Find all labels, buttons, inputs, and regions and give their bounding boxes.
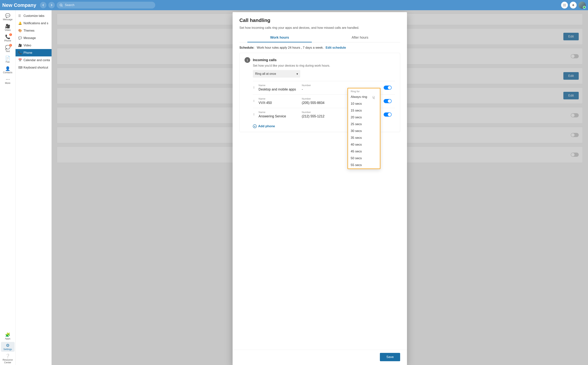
nav-text-label: Text bbox=[6, 50, 10, 53]
drag-handle-icon[interactable]: ⠿ bbox=[253, 86, 257, 89]
search-box[interactable] bbox=[57, 2, 155, 8]
add-button[interactable] bbox=[570, 2, 577, 8]
nav-back-button[interactable] bbox=[40, 2, 46, 8]
settings-keyboard[interactable]: ⌨Keyboard shortcut bbox=[15, 64, 51, 71]
modal-footer: Save bbox=[232, 350, 407, 365]
nav-resource-center[interactable]: ❔ Resource Center bbox=[1, 352, 15, 365]
tab-after-hours[interactable]: After hours bbox=[320, 33, 400, 42]
calendar-icon: 📅 bbox=[18, 58, 22, 62]
company-name: New Company bbox=[2, 2, 36, 8]
settings-video[interactable]: 🎥Video bbox=[15, 42, 51, 49]
svg-point-5 bbox=[563, 5, 564, 6]
step-description: Set how you'd like your devices to ring … bbox=[253, 64, 395, 67]
ring-for-option[interactable]: Always ring bbox=[348, 93, 380, 100]
step-header: 1 Incoming calls bbox=[245, 57, 395, 63]
ring-mode-value: Ring all at once bbox=[255, 72, 276, 76]
nav-settings[interactable]: ⚙ Settings bbox=[1, 342, 15, 352]
col-number-label: Number bbox=[302, 97, 343, 100]
ring-for-option[interactable]: 10 secs bbox=[348, 100, 380, 107]
ring-for-option[interactable]: 30 secs bbox=[348, 128, 380, 134]
ring-for-option[interactable]: 15 secs bbox=[348, 107, 380, 114]
save-button[interactable]: Save bbox=[380, 353, 400, 361]
nav-apps[interactable]: 🧩 Apps bbox=[1, 331, 15, 341]
settings-themes-label: Themes bbox=[23, 29, 35, 32]
ring-mode-select[interactable]: Ring all at once ▾ bbox=[253, 70, 300, 78]
svg-point-0 bbox=[60, 4, 62, 6]
settings-calendar[interactable]: 📅Calendar and conta bbox=[15, 56, 51, 64]
device-toggle[interactable] bbox=[384, 99, 392, 103]
left-nav: 💬 Message 🎥 Video 1 📞 Phone 4 💭 Text 📄 F… bbox=[0, 10, 15, 365]
nav-phone[interactable]: 1 📞 Phone bbox=[1, 33, 15, 43]
nav-fax[interactable]: 📄 Fax bbox=[1, 55, 15, 64]
ring-for-option[interactable]: 35 secs bbox=[348, 134, 380, 141]
settings-video-label: Video bbox=[23, 44, 31, 47]
nav-contacts[interactable]: 👤 Contacts bbox=[1, 65, 15, 75]
ring-for-option[interactable]: 55 secs bbox=[348, 162, 380, 168]
settings-customize-tabs[interactable]: ☰Customize tabs bbox=[15, 12, 51, 20]
nav-apps-label: Apps bbox=[5, 337, 10, 340]
keyboard-icon: ⌨ bbox=[18, 66, 22, 69]
profile-avatar[interactable] bbox=[579, 1, 586, 9]
modal-title: Call handling bbox=[240, 17, 400, 23]
plus-circle-icon: + bbox=[253, 124, 257, 128]
device-name: VVX-450 bbox=[259, 101, 300, 105]
video-icon: 🎥 bbox=[5, 24, 10, 29]
ring-for-option[interactable]: 45 secs bbox=[348, 148, 380, 155]
schedule-row: Schedule: Work hour rules apply 24 hours… bbox=[240, 42, 400, 53]
settings-customize-label: Customize tabs bbox=[23, 14, 44, 18]
col-name-label: Name bbox=[259, 84, 300, 87]
device-number: - bbox=[302, 87, 343, 91]
svg-line-1 bbox=[62, 6, 63, 7]
svg-point-2 bbox=[563, 4, 564, 5]
nav-resource-label: Resource Center bbox=[1, 358, 15, 364]
svg-point-3 bbox=[564, 4, 565, 5]
step-number: 1 bbox=[245, 57, 250, 63]
edit-schedule-link[interactable]: Edit schedule bbox=[326, 46, 346, 49]
call-handling-modal: Call handling Set how incoming calls rin… bbox=[232, 12, 407, 365]
modal-tabs: Work hours After hours bbox=[240, 33, 400, 42]
col-name-label: Name bbox=[259, 97, 300, 100]
drag-handle-icon[interactable]: ⠿ bbox=[253, 113, 257, 116]
modal-body: Call handling Set how incoming calls rin… bbox=[232, 12, 407, 350]
device-name: Answering Service bbox=[259, 114, 300, 118]
fax-icon: 📄 bbox=[5, 56, 10, 61]
ring-for-option[interactable]: 40 secs bbox=[348, 141, 380, 148]
ring-for-header: Ring for bbox=[348, 88, 380, 93]
device-name: Desktop and mobile apps bbox=[259, 87, 300, 91]
palette-icon: 🎨 bbox=[18, 29, 22, 32]
nav-video-label: Video bbox=[5, 29, 11, 31]
dialpad-button[interactable] bbox=[561, 2, 568, 8]
settings-calendar-label: Calendar and conta bbox=[23, 58, 50, 62]
nav-text[interactable]: 4 💭 Text bbox=[1, 44, 15, 54]
search-input[interactable] bbox=[65, 3, 152, 7]
chevron-left-icon bbox=[41, 3, 45, 7]
settings-notifications[interactable]: 🔔Notifications and s bbox=[15, 20, 51, 27]
settings-phone[interactable]: 📞Phone bbox=[15, 49, 51, 56]
settings-themes[interactable]: 🎨Themes bbox=[15, 27, 51, 34]
nav-more[interactable]: ⋯ More bbox=[1, 76, 15, 85]
nav-forward-button[interactable] bbox=[48, 2, 55, 8]
ring-for-dropdown[interactable]: Ring for Always ring10 secs15 secs20 sec… bbox=[348, 88, 380, 169]
text-badge: 4 bbox=[9, 44, 12, 47]
svg-point-10 bbox=[565, 6, 566, 7]
col-number-label: Number bbox=[302, 111, 343, 114]
ring-for-option[interactable]: 20 secs bbox=[348, 114, 380, 121]
top-bar: New Company bbox=[0, 0, 588, 10]
ring-for-option[interactable]: 25 secs bbox=[348, 121, 380, 128]
sliders-icon: ☰ bbox=[18, 14, 22, 18]
ring-for-option[interactable]: 50 secs bbox=[348, 155, 380, 162]
schedule-label: Schedule: bbox=[240, 46, 254, 49]
camera-icon: 🎥 bbox=[18, 43, 22, 47]
drag-handle-icon[interactable]: ⠿ bbox=[253, 100, 257, 103]
device-toggle[interactable] bbox=[384, 112, 392, 117]
device-toggle[interactable] bbox=[384, 85, 392, 90]
more-icon: ⋯ bbox=[6, 77, 10, 82]
settings-message[interactable]: 💬Message bbox=[15, 34, 51, 42]
tab-work-hours[interactable]: Work hours bbox=[240, 33, 320, 42]
svg-point-9 bbox=[564, 6, 565, 7]
nav-message[interactable]: 💬 Message bbox=[1, 12, 15, 22]
apps-icon: 🧩 bbox=[5, 332, 10, 337]
nav-video[interactable]: 🎥 Video bbox=[1, 23, 15, 33]
chevron-right-icon bbox=[50, 3, 53, 7]
svg-point-7 bbox=[565, 5, 566, 6]
